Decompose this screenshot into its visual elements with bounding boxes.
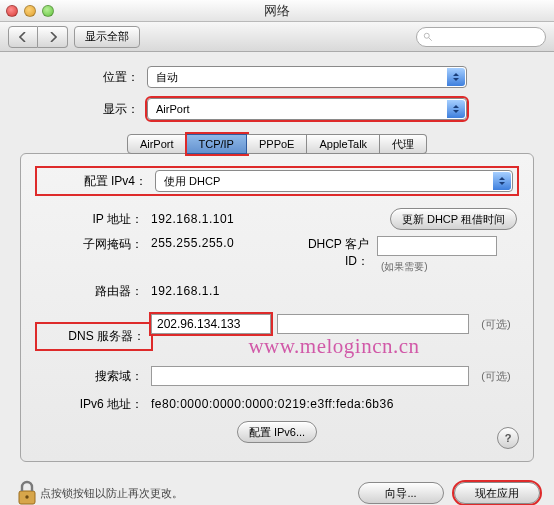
svg-point-3 xyxy=(25,495,28,498)
dhcp-client-label: DHCP 客户 ID： xyxy=(281,236,377,270)
help-icon: ? xyxy=(505,432,512,444)
tab-proxy[interactable]: 代理 xyxy=(380,134,427,154)
ip-address-label: IP 地址： xyxy=(37,211,151,228)
ipv6-address-value: fe80:0000:0000:0000:0219:e3ff:feda:6b36 xyxy=(151,397,394,411)
window-title: 网络 xyxy=(264,2,290,20)
chevron-left-icon xyxy=(19,32,27,42)
chevron-right-icon xyxy=(49,32,57,42)
configure-ipv6-button[interactable]: 配置 IPv6... xyxy=(237,421,317,443)
router-value: 192.168.1.1 xyxy=(151,284,220,298)
tab-appletalk[interactable]: AppleTalk xyxy=(307,134,380,154)
show-label: 显示： xyxy=(87,101,147,118)
ipv6-address-label: IPv6 地址： xyxy=(37,396,151,413)
show-all-button[interactable]: 显示全部 xyxy=(74,26,140,48)
search-icon xyxy=(423,32,433,42)
updown-icon xyxy=(447,100,465,118)
dhcp-client-input[interactable] xyxy=(377,236,497,256)
config-ipv4-label: 配置 IPv4： xyxy=(41,173,155,190)
renew-dhcp-button[interactable]: 更新 DHCP 租借时间 xyxy=(390,208,517,230)
tcpip-panel: 配置 IPv4： 使用 DHCP IP 地址： 192.168.1.101 更新… xyxy=(20,153,534,462)
dns-optional: (可选) xyxy=(475,317,517,332)
lock-icon xyxy=(16,480,38,505)
show-all-label: 显示全部 xyxy=(85,29,129,44)
toolbar: 显示全部 xyxy=(0,22,554,52)
assist-button[interactable]: 向导... xyxy=(358,482,444,504)
close-icon[interactable] xyxy=(6,5,18,17)
router-label: 路由器： xyxy=(37,283,151,300)
apply-now-button[interactable]: 现在应用 xyxy=(454,482,540,504)
search-domain-optional: (可选) xyxy=(475,369,517,384)
location-label: 位置： xyxy=(87,69,147,86)
dns-input-2[interactable] xyxy=(277,314,469,334)
footer-bar: 点按锁按钮以防止再次更改。 向导... 现在应用 xyxy=(0,468,554,505)
tab-bar: AirPort TCP/IP PPPoE AppleTalk 代理 xyxy=(20,134,534,154)
lock-button[interactable] xyxy=(14,478,40,505)
zoom-icon[interactable] xyxy=(42,5,54,17)
show-value: AirPort xyxy=(156,103,190,115)
tab-tcpip[interactable]: TCP/IP xyxy=(187,134,247,154)
forward-button[interactable] xyxy=(38,26,68,48)
lock-text: 点按锁按钮以防止再次更改。 xyxy=(40,486,183,501)
help-button[interactable]: ? xyxy=(497,427,519,449)
config-ipv4-select[interactable]: 使用 DHCP xyxy=(155,170,513,192)
show-select[interactable]: AirPort xyxy=(147,98,467,120)
dns-input-1[interactable] xyxy=(151,314,271,334)
window-traffic-lights xyxy=(6,5,54,17)
nav-back-forward xyxy=(8,26,68,48)
subnet-value: 255.255.255.0 xyxy=(151,236,281,250)
back-button[interactable] xyxy=(8,26,38,48)
location-select[interactable]: 自动 xyxy=(147,66,467,88)
search-input[interactable] xyxy=(416,27,546,47)
svg-line-1 xyxy=(429,37,432,40)
tab-pppoe[interactable]: PPPoE xyxy=(247,134,307,154)
window-titlebar: 网络 xyxy=(0,0,554,22)
updown-icon xyxy=(447,68,465,86)
ip-address-value: 192.168.1.101 xyxy=(151,212,301,226)
tab-airport[interactable]: AirPort xyxy=(127,134,187,154)
dhcp-client-hint: (如果需要) xyxy=(377,260,428,274)
config-ipv4-value: 使用 DHCP xyxy=(164,174,220,189)
location-value: 自动 xyxy=(156,70,178,85)
search-domain-input[interactable] xyxy=(151,366,469,386)
subnet-label: 子网掩码： xyxy=(37,236,151,253)
updown-icon xyxy=(493,172,511,190)
search-domain-label: 搜索域： xyxy=(37,368,151,385)
minimize-icon[interactable] xyxy=(24,5,36,17)
svg-point-0 xyxy=(424,33,429,38)
watermark-text: www.melogincn.cn xyxy=(151,334,517,359)
dns-label: DNS 服务器： xyxy=(37,324,151,349)
